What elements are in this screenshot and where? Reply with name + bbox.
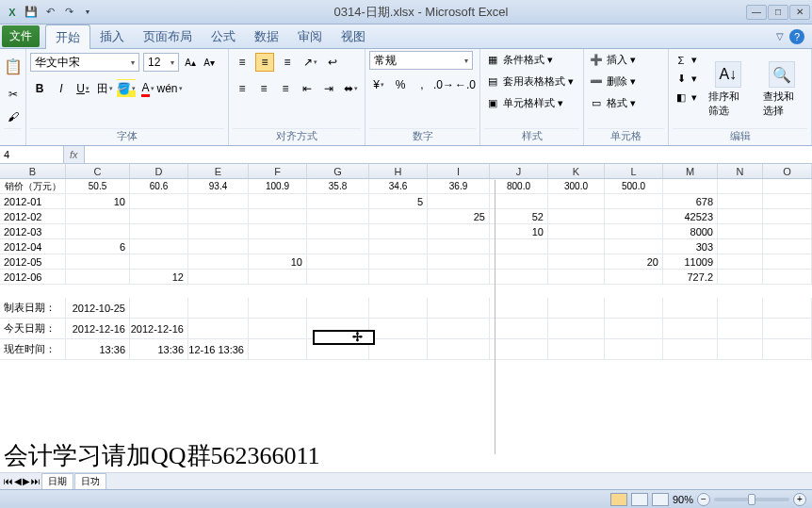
cell[interactable]: [428, 298, 490, 318]
cell[interactable]: [718, 270, 763, 284]
sheet-tab[interactable]: 日期: [41, 473, 73, 489]
cell[interactable]: [763, 254, 812, 269]
font-size-combo[interactable]: 12▾: [143, 53, 179, 72]
delete-cells-button[interactable]: ➖删除 ▾: [588, 73, 664, 90]
cell[interactable]: [548, 319, 605, 338]
cell[interactable]: [663, 298, 718, 318]
cell[interactable]: [718, 339, 763, 359]
cell[interactable]: [490, 239, 548, 254]
zoom-out-button[interactable]: −: [697, 493, 710, 506]
cell[interactable]: [428, 254, 490, 269]
cell[interactable]: [605, 209, 663, 223]
bold-button[interactable]: B: [30, 79, 49, 98]
cell[interactable]: 10: [249, 254, 307, 269]
tab-home[interactable]: 开始: [45, 25, 90, 51]
cell[interactable]: [763, 298, 812, 318]
font-name-combo[interactable]: 华文中宋▾: [30, 53, 139, 72]
cell[interactable]: [249, 298, 307, 318]
table-row[interactable]: 2012-0612727.2: [0, 270, 812, 285]
cell[interactable]: [548, 224, 605, 238]
cell[interactable]: [548, 239, 605, 254]
cell[interactable]: 36.9: [428, 179, 490, 193]
cell[interactable]: [428, 270, 490, 284]
tab-nav-next-icon[interactable]: ▶: [23, 476, 30, 486]
cell[interactable]: 727.2: [663, 270, 718, 284]
align-bottom-icon[interactable]: ≡: [278, 53, 297, 72]
cell[interactable]: [548, 209, 605, 223]
cell[interactable]: [605, 270, 663, 284]
cell[interactable]: [130, 194, 188, 208]
col-header-H[interactable]: H: [369, 164, 428, 178]
cell[interactable]: [66, 209, 130, 223]
cell[interactable]: [605, 339, 663, 359]
cell[interactable]: 2012-12-16 13:36: [188, 339, 249, 359]
cell[interactable]: [369, 270, 428, 284]
pagebreak-view-button[interactable]: [652, 493, 669, 506]
fill-color-button[interactable]: 🪣: [117, 79, 136, 98]
cell[interactable]: [369, 339, 428, 359]
cell[interactable]: [188, 254, 249, 269]
col-header-N[interactable]: N: [718, 164, 763, 178]
font-color-button[interactable]: A: [138, 79, 157, 98]
table-row[interactable]: 2012-02255242523: [0, 209, 812, 224]
cell[interactable]: 现在时间：: [0, 339, 66, 359]
file-tab[interactable]: 文件: [2, 25, 40, 47]
align-top-icon[interactable]: ≡: [233, 53, 252, 72]
orientation-icon[interactable]: ↗: [300, 53, 319, 72]
cell[interactable]: [548, 339, 605, 359]
cell[interactable]: 2012-12-16: [130, 319, 188, 338]
cell[interactable]: 销价（万元）: [0, 179, 66, 193]
decrease-indent-icon[interactable]: ⇤: [298, 79, 317, 98]
maximize-button[interactable]: □: [768, 5, 788, 20]
cell[interactable]: 2012-12-16: [66, 319, 130, 338]
col-header-J[interactable]: J: [490, 164, 548, 178]
fx-icon[interactable]: fx: [64, 149, 84, 160]
cell[interactable]: [130, 239, 188, 254]
table-row[interactable]: 制表日期：2012-10-25: [0, 298, 812, 319]
cell[interactable]: [490, 194, 548, 208]
cell[interactable]: [369, 239, 428, 254]
tab-nav-last-icon[interactable]: ⏭: [31, 476, 41, 486]
col-header-I[interactable]: I: [428, 164, 490, 178]
cell[interactable]: [307, 270, 369, 284]
cell[interactable]: [548, 298, 605, 318]
col-header-E[interactable]: E: [188, 164, 249, 178]
cell[interactable]: [490, 339, 548, 359]
increase-decimal-icon[interactable]: .0→: [434, 75, 453, 94]
sheet-tab[interactable]: 日功: [74, 473, 106, 489]
cell[interactable]: 13:36: [66, 339, 130, 359]
col-header-D[interactable]: D: [130, 164, 188, 178]
cell[interactable]: 2012-05: [0, 254, 66, 269]
col-header-M[interactable]: M: [663, 164, 718, 178]
cell[interactable]: [307, 239, 369, 254]
cell[interactable]: [605, 194, 663, 208]
cell[interactable]: [66, 254, 130, 269]
cell[interactable]: 52: [490, 209, 548, 223]
format-as-table-button[interactable]: ▤套用表格格式 ▾: [484, 73, 579, 90]
tab-nav-first-icon[interactable]: ⏮: [4, 476, 13, 486]
redo-icon[interactable]: ↷: [60, 4, 77, 21]
undo-icon[interactable]: ↶: [41, 4, 58, 21]
cell[interactable]: 10: [66, 194, 130, 208]
cell[interactable]: [130, 224, 188, 238]
close-button[interactable]: ✕: [789, 5, 810, 20]
cell[interactable]: [428, 339, 490, 359]
cell[interactable]: [428, 319, 490, 338]
cell[interactable]: [188, 298, 249, 318]
cell[interactable]: [130, 209, 188, 223]
border-button[interactable]: 田: [95, 79, 114, 98]
fill-button[interactable]: ⬇▾: [673, 70, 699, 88]
cell-styles-button[interactable]: ▣单元格样式 ▾: [484, 94, 579, 112]
cell[interactable]: [548, 194, 605, 208]
cell[interactable]: [605, 239, 663, 254]
cell[interactable]: [718, 239, 763, 254]
cell[interactable]: [369, 254, 428, 269]
find-select-button[interactable]: 🔍 查找和选择: [757, 51, 808, 128]
decrease-font-icon[interactable]: A▾: [202, 55, 217, 70]
paste-button[interactable]: 📋: [4, 51, 23, 81]
table-row[interactable]: 今天日期：2012-12-162012-12-16: [0, 319, 812, 339]
cell[interactable]: 42523: [663, 209, 718, 223]
cell[interactable]: [369, 209, 428, 223]
col-header-G[interactable]: G: [307, 164, 369, 178]
cell[interactable]: 678: [663, 194, 718, 208]
